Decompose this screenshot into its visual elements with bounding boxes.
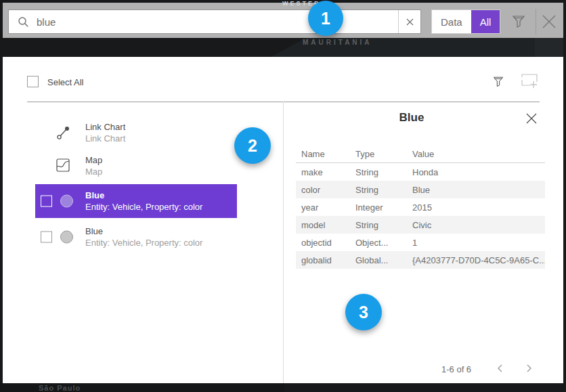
- cell-value: 1: [407, 238, 545, 248]
- column-header-type: Type: [350, 149, 407, 159]
- result-item-blue[interactable]: Blue Entity: Vehicle, Property: color: [35, 222, 237, 252]
- table-header-row: Name Type Value: [296, 145, 545, 163]
- search-clear-button[interactable]: [398, 10, 420, 33]
- entity-circle-icon: [60, 231, 73, 244]
- table-row: objectid Object... 1: [296, 234, 545, 251]
- entity-circle-icon: [60, 195, 73, 208]
- cell-name: globalid: [296, 255, 350, 265]
- pagination-label: 1-6 of 6: [441, 364, 471, 374]
- result-title: Blue: [85, 225, 234, 237]
- result-item-blue-selected[interactable]: Blue Entity: Vehicle, Property: color: [35, 184, 237, 218]
- result-title: Blue: [85, 190, 234, 201]
- cell-name: color: [296, 185, 350, 195]
- result-checkbox[interactable]: [41, 232, 52, 243]
- result-checkbox[interactable]: [41, 196, 52, 207]
- cell-type: Object...: [350, 238, 407, 248]
- cell-value: Honda: [407, 167, 545, 177]
- search-toolbar: Data All: [3, 3, 563, 38]
- search-scope-toggle: Data All: [431, 9, 500, 34]
- clear-icon: [406, 18, 414, 26]
- cell-name: year: [296, 202, 350, 213]
- result-subtitle: Entity: Vehicle, Property: color: [85, 201, 234, 213]
- toolbar-divider: [536, 9, 536, 35]
- link-chart-icon: [56, 125, 72, 141]
- callout-badge-3: 3: [345, 294, 382, 330]
- search-input[interactable]: [37, 16, 398, 28]
- scope-option-all[interactable]: All: [471, 10, 500, 33]
- search-close-button[interactable]: [540, 13, 558, 30]
- result-subtitle: Link Chart: [85, 133, 234, 144]
- close-icon: [540, 13, 558, 30]
- table-row: color String Blue: [296, 181, 545, 198]
- screen: { "colors": { "accent_purple": "#7642cb"…: [0, 0, 566, 392]
- result-title: Map: [85, 154, 234, 166]
- result-item-link-chart[interactable]: Link Chart Link Chart: [35, 118, 237, 148]
- table-row: model String Civic: [296, 216, 545, 234]
- search-icon: [18, 16, 29, 28]
- map-label-sao-paulo: São Paulo: [39, 384, 81, 392]
- pagination-prev-button[interactable]: [494, 362, 506, 374]
- cell-type: Integer: [350, 202, 407, 213]
- map-label-mauritania: MAURITANIA: [303, 39, 372, 46]
- cell-value: Blue: [407, 185, 545, 195]
- select-all-label: Select All: [47, 77, 83, 87]
- search-results-panel: Select All Link Chart Link Chart Map Map: [3, 57, 563, 383]
- chevron-left-icon: [494, 362, 506, 374]
- map-landmass: [535, 38, 563, 57]
- cell-type: Global...: [350, 255, 407, 265]
- cell-type: String: [350, 167, 407, 177]
- cell-type: String: [350, 220, 407, 230]
- result-item-map[interactable]: Map Map: [35, 151, 237, 181]
- cell-name: model: [296, 220, 350, 230]
- details-close-button[interactable]: [525, 112, 539, 126]
- scope-option-data[interactable]: Data: [432, 10, 471, 33]
- add-selection-button[interactable]: [521, 74, 539, 89]
- details-title: Blue: [295, 111, 528, 125]
- column-header-name: Name: [296, 149, 350, 159]
- cell-value: 2015: [407, 202, 545, 213]
- cell-value: {A4203777-D70D-4C5C-9A65-C...: [407, 255, 545, 265]
- map-icon: [56, 158, 72, 174]
- result-subtitle: Entity: Vehicle, Property: color: [85, 237, 234, 248]
- table-row: year Integer 2015: [296, 198, 545, 216]
- search-filter-button[interactable]: [510, 13, 527, 29]
- list-details-divider: [283, 102, 284, 383]
- search-box: [8, 9, 421, 34]
- results-filter-button[interactable]: [492, 74, 505, 88]
- cell-name: make: [296, 167, 350, 177]
- column-header-value: Value: [407, 149, 545, 159]
- chevron-right-icon: [523, 362, 535, 374]
- properties-table: Name Type Value make String Honda color …: [296, 145, 545, 269]
- callout-badge-1: 1: [308, 1, 343, 36]
- callout-badge-2: 2: [234, 127, 271, 164]
- table-row: globalid Global... {A4203777-D70D-4C5C-9…: [296, 251, 545, 269]
- filter-funnel-icon: [492, 74, 505, 88]
- cell-type: String: [350, 185, 407, 195]
- filter-funnel-icon: [510, 13, 527, 29]
- select-all-checkbox[interactable]: [27, 76, 39, 87]
- table-row: make String Honda: [296, 163, 545, 181]
- add-frame-icon: [521, 74, 539, 89]
- result-subtitle: Map: [85, 166, 234, 177]
- close-icon: [525, 112, 539, 125]
- cell-name: objectid: [296, 238, 350, 248]
- result-title: Link Chart: [85, 121, 234, 133]
- pagination-next-button[interactable]: [523, 362, 535, 374]
- cell-value: Civic: [407, 220, 545, 230]
